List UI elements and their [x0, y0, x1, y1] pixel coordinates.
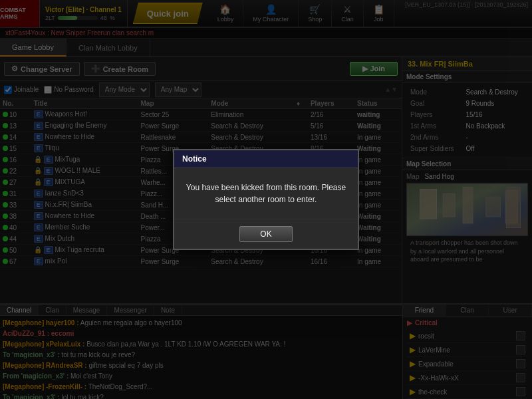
dialog-body: You have been kicked from this room. Ple… [174, 168, 358, 219]
dialog-overlay: Notice You have been kicked from this ro… [0, 0, 532, 399]
dialog-footer: OK [174, 219, 358, 249]
dialog-box: Notice You have been kicked from this ro… [173, 149, 359, 250]
dialog-title: Notice [174, 150, 358, 168]
dialog-ok-button[interactable]: OK [239, 226, 292, 242]
